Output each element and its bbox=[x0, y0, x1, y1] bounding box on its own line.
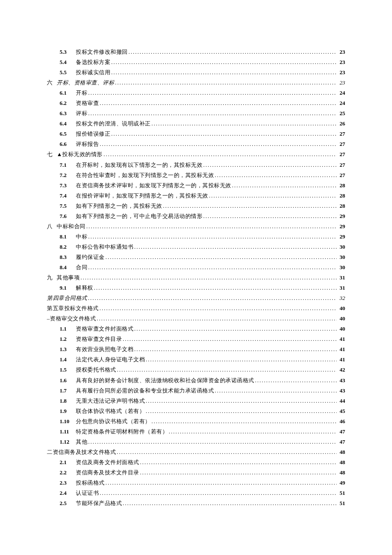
toc-leader-dots bbox=[86, 221, 337, 232]
toc-entry-number: 7.4 bbox=[60, 191, 76, 201]
toc-leader-dots bbox=[145, 355, 337, 365]
toc-page-number: 41 bbox=[337, 355, 345, 365]
toc-page-number: 43 bbox=[337, 375, 345, 386]
toc-entry-title: 开标、资格审查、评标 bbox=[57, 78, 114, 88]
toc-page-number: 42 bbox=[337, 365, 345, 375]
toc-entry-title: 具有履行合同所必需的设备和专业技术能力承诺函格式 bbox=[76, 386, 214, 396]
toc-entry-number: 1.1 bbox=[60, 324, 76, 334]
toc-leader-dots bbox=[133, 324, 337, 334]
toc-page-number: 27 bbox=[337, 129, 345, 139]
toc-leader-dots bbox=[231, 180, 337, 191]
toc-leader-dots bbox=[87, 262, 337, 273]
toc-entry-title: 节能环保产品格式 bbox=[76, 498, 122, 509]
toc-entry-title: 在符合性审查时，如发现下列情形之一的，其投标无效 bbox=[76, 170, 214, 180]
toc-page-number: 48 bbox=[337, 447, 345, 457]
toc-entry: 6.4投标文件的澄清、说明或补正26 bbox=[47, 119, 345, 129]
toc-page-number: 23 bbox=[337, 67, 345, 78]
toc-page-number: 46 bbox=[337, 416, 345, 427]
toc-entry: 7.6如有下列情形之一的，可中止电子交易活动的情形29 bbox=[47, 211, 345, 221]
toc-entry-number: 1.9 bbox=[60, 406, 76, 416]
toc-entry-number: 8.3 bbox=[60, 252, 76, 262]
toc-page-number: 40 bbox=[337, 303, 345, 314]
toc-chapter-number: 八 bbox=[47, 221, 57, 232]
toc-leader-dots bbox=[99, 488, 337, 498]
toc-page-number: 24 bbox=[337, 88, 345, 98]
toc-page-number: 26 bbox=[337, 119, 345, 129]
toc-entry-number: 1.7 bbox=[60, 386, 76, 396]
toc-entry: 6.5报价错误修正27 bbox=[47, 129, 345, 139]
toc-leader-dots bbox=[145, 406, 337, 416]
toc-leader-dots bbox=[99, 139, 337, 149]
toc-entry-title: 评标 bbox=[76, 108, 87, 119]
toc-entry: 九其他事项31 bbox=[47, 273, 345, 283]
toc-leader-dots bbox=[122, 334, 337, 344]
toc-entry: –资格审交文件格式40 bbox=[47, 314, 345, 324]
toc-entry-title: 资信商务及技术文件目录 bbox=[76, 468, 139, 478]
toc-entry: 第四章合同格式32 bbox=[47, 293, 345, 303]
toc-entry-number: 6.1 bbox=[60, 88, 76, 98]
toc-entry: 5.4备选投标方案23 bbox=[47, 57, 345, 67]
toc-entry: 7.4在报价评审时，如发现下列情形之一的，其投标无效28 bbox=[47, 191, 345, 201]
toc-leader-dots bbox=[110, 57, 337, 67]
toc-leader-dots bbox=[87, 437, 337, 447]
toc-entry-title: 授权委托书格式 bbox=[76, 365, 116, 375]
toc-entry-title: 第五章投标文件格式 bbox=[47, 303, 99, 314]
toc-entry-title: 中标 bbox=[76, 232, 87, 242]
toc-leader-dots bbox=[110, 129, 337, 139]
toc-entry-number: 2.3 bbox=[60, 478, 76, 488]
toc-entry-title: 投标文件的澄清、说明或补正 bbox=[76, 119, 151, 129]
toc-entry-title: 资格审查文件目录 bbox=[76, 334, 122, 344]
toc-entry-number: 1.10 bbox=[60, 416, 76, 427]
toc-entry-title: 分包意向协议书格式（若有） bbox=[76, 416, 151, 427]
toc-entry: 2.4认证证书51 bbox=[47, 488, 345, 498]
toc-entry-title: 联合体协议书格式（若有） bbox=[76, 406, 145, 416]
toc-entry: 1.5授权委托书格式42 bbox=[47, 365, 345, 375]
toc-page-number: 51 bbox=[337, 488, 345, 498]
toc-leader-dots bbox=[110, 67, 337, 78]
toc-page-number: 27 bbox=[337, 139, 345, 149]
toc-entry: 5.5投标诚实信用23 bbox=[47, 67, 345, 78]
toc-entry-title: 认证证书 bbox=[76, 488, 99, 498]
toc-entry-title: 如有下列情形之一的，可中止电子交易活动的情形 bbox=[76, 211, 202, 221]
toc-leader-dots bbox=[116, 365, 337, 375]
toc-entry-title: 资格审查文件封面格式 bbox=[76, 324, 133, 334]
toc-leader-dots bbox=[87, 293, 337, 303]
toc-page-number: 30 bbox=[337, 242, 345, 252]
toc-page-number: 45 bbox=[337, 406, 345, 416]
toc-page-number: 27 bbox=[337, 160, 345, 170]
toc-leader-dots bbox=[96, 314, 337, 324]
toc-entry-title: 其他事项 bbox=[57, 273, 80, 283]
toc-entry-title: 其他 bbox=[76, 437, 87, 447]
toc-entry-title: 在开标时，如发现有以下情形之一的，其投标无效 bbox=[76, 160, 202, 170]
toc-entry: 第五章投标文件格式40 bbox=[47, 303, 345, 314]
toc-leader-dots bbox=[122, 498, 337, 509]
toc-page-number: 48 bbox=[337, 457, 345, 468]
toc-page-number: 30 bbox=[337, 262, 345, 273]
toc-leader-dots bbox=[139, 468, 337, 478]
toc-entry-title: 投标函格式 bbox=[76, 478, 105, 488]
toc-entry: 8.4合同30 bbox=[47, 262, 345, 273]
toc-entry-number: 1.5 bbox=[60, 365, 76, 375]
toc-page-number: 51 bbox=[337, 498, 345, 509]
toc-leader-dots bbox=[116, 447, 337, 457]
toc-page-number: 49 bbox=[337, 478, 345, 488]
toc-entry-title: 法定代表人身份证电子文档 bbox=[76, 355, 145, 365]
toc-entry-title: 开标 bbox=[76, 88, 87, 98]
toc-page-number: 41 bbox=[337, 334, 345, 344]
toc-leader-dots bbox=[80, 273, 337, 283]
toc-leader-dots bbox=[139, 457, 337, 468]
toc-leader-dots bbox=[128, 47, 337, 57]
toc-page-number: 27 bbox=[337, 170, 345, 180]
toc-page-number: 43 bbox=[337, 386, 345, 396]
toc-entry-title: 如有下列情形之一的，其投标无效 bbox=[76, 201, 162, 211]
toc-entry-number: 5.5 bbox=[60, 67, 76, 78]
toc-leader-dots bbox=[202, 211, 337, 221]
toc-entry-number: 7.2 bbox=[60, 170, 76, 180]
toc-entry: 六开标、资格审查、评标23 bbox=[47, 78, 345, 88]
toc-page-number: 23 bbox=[337, 78, 345, 88]
toc-entry: 7.3在资信商务技术评审时，如发现下列情形之一的，其投标无效28 bbox=[47, 180, 345, 191]
toc-leader-dots bbox=[214, 386, 337, 396]
toc-entry: 1.12其他47 bbox=[47, 437, 345, 447]
toc-entry: 1.1资格审查文件封面格式40 bbox=[47, 324, 345, 334]
toc-leader-dots bbox=[99, 98, 337, 108]
